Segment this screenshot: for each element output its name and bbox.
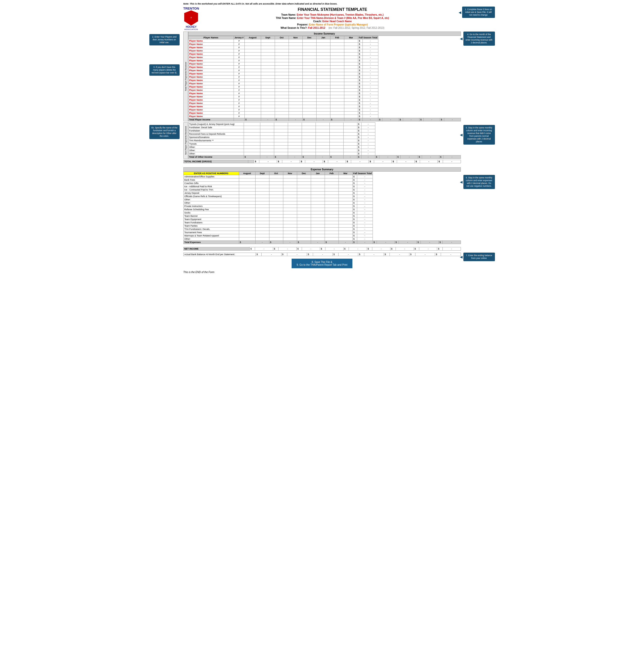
jan-cell[interactable] <box>316 62 330 66</box>
dec-cell[interactable] <box>302 52 316 56</box>
exp-mar[interactable] <box>339 205 352 208</box>
mar-cell[interactable] <box>344 105 358 108</box>
mar-cell[interactable] <box>344 98 358 102</box>
jan-cell[interactable] <box>316 49 330 52</box>
oct-cell[interactable] <box>275 59 288 62</box>
other-jan[interactable] <box>315 152 330 155</box>
exp-jan[interactable] <box>311 185 325 188</box>
feb-cell[interactable] <box>330 79 344 82</box>
exp-oct[interactable] <box>269 218 283 221</box>
other-aug[interactable] <box>244 142 260 145</box>
other-oct[interactable] <box>274 139 288 142</box>
exp-feb[interactable] <box>325 198 339 201</box>
exp-nov[interactable] <box>283 175 297 179</box>
dec-cell[interactable] <box>302 69 316 72</box>
jan-cell[interactable] <box>316 52 330 56</box>
exp-mar[interactable] <box>339 179 352 182</box>
other-aug[interactable] <box>244 145 260 149</box>
exp-mar[interactable] <box>339 234 352 237</box>
mar-cell[interactable] <box>344 59 358 62</box>
exp-sep[interactable] <box>255 175 269 179</box>
jan-cell[interactable] <box>316 108 330 112</box>
exp-oct[interactable] <box>269 201 283 205</box>
exp-feb[interactable] <box>325 201 339 205</box>
exp-nov[interactable] <box>283 179 297 182</box>
other-mar[interactable] <box>343 129 357 132</box>
dec-cell[interactable] <box>302 46 316 49</box>
other-feb[interactable] <box>330 132 343 136</box>
feb-cell[interactable] <box>330 56 344 59</box>
exp-feb[interactable] <box>325 231 339 234</box>
exp-jan[interactable] <box>311 234 325 237</box>
other-nov[interactable] <box>288 149 302 152</box>
exp-dec[interactable] <box>297 188 311 192</box>
oct-cell[interactable] <box>275 56 288 59</box>
other-aug[interactable] <box>244 136 260 139</box>
sep-cell[interactable] <box>261 89 275 92</box>
oct-cell[interactable] <box>275 72 288 76</box>
other-dec[interactable] <box>302 152 315 155</box>
other-mar[interactable] <box>343 126 357 129</box>
nov-cell[interactable] <box>288 82 302 85</box>
exp-oct[interactable] <box>269 179 283 182</box>
mar-cell[interactable] <box>344 112 358 115</box>
other-sep[interactable] <box>260 129 274 132</box>
exp-jan[interactable] <box>311 237 325 241</box>
other-nov[interactable] <box>288 123 302 126</box>
exp-nov[interactable] <box>283 231 297 234</box>
other-feb[interactable] <box>330 152 343 155</box>
exp-aug[interactable] <box>239 175 255 179</box>
exp-nov[interactable] <box>283 205 297 208</box>
other-sep[interactable] <box>260 139 274 142</box>
sep-cell[interactable] <box>261 85 275 89</box>
exp-jan[interactable] <box>311 231 325 234</box>
exp-sep[interactable] <box>255 208 269 211</box>
sep-cell[interactable] <box>261 46 275 49</box>
exp-sep[interactable] <box>255 237 269 241</box>
sep-cell[interactable] <box>261 72 275 76</box>
jan-cell[interactable] <box>316 76 330 79</box>
aug-cell[interactable] <box>244 39 261 43</box>
jan-cell[interactable] <box>316 115 330 118</box>
jan-cell[interactable] <box>316 72 330 76</box>
oct-cell[interactable] <box>275 69 288 72</box>
mar-cell[interactable] <box>344 92 358 95</box>
exp-aug[interactable] <box>239 195 255 198</box>
jan-cell[interactable] <box>316 39 330 43</box>
feb-cell[interactable] <box>330 112 344 115</box>
feb-cell[interactable] <box>330 95 344 98</box>
exp-dec[interactable] <box>297 192 311 195</box>
aug-cell[interactable] <box>244 108 261 112</box>
exp-sep[interactable] <box>255 198 269 201</box>
sep-cell[interactable] <box>261 92 275 95</box>
exp-aug[interactable] <box>239 205 255 208</box>
other-mar[interactable] <box>343 152 357 155</box>
dec-cell[interactable] <box>302 82 316 85</box>
mar-cell[interactable] <box>344 89 358 92</box>
exp-nov[interactable] <box>283 185 297 188</box>
other-dec[interactable] <box>302 129 315 132</box>
mar-cell[interactable] <box>344 39 358 43</box>
other-mar[interactable] <box>343 132 357 136</box>
aug-cell[interactable] <box>244 115 261 118</box>
aug-cell[interactable] <box>244 98 261 102</box>
exp-jan[interactable] <box>311 198 325 201</box>
exp-dec[interactable] <box>297 234 311 237</box>
feb-cell[interactable] <box>330 89 344 92</box>
sep-cell[interactable] <box>261 98 275 102</box>
nov-cell[interactable] <box>288 72 302 76</box>
feb-cell[interactable] <box>330 102 344 105</box>
other-jan[interactable] <box>315 126 330 129</box>
exp-feb[interactable] <box>325 228 339 231</box>
exp-aug[interactable] <box>239 198 255 201</box>
exp-aug[interactable] <box>239 218 255 221</box>
oct-cell[interactable] <box>275 115 288 118</box>
mar-cell[interactable] <box>344 102 358 105</box>
jan-cell[interactable] <box>316 112 330 115</box>
jan-cell[interactable] <box>316 69 330 72</box>
exp-aug[interactable] <box>239 211 255 214</box>
exp-nov[interactable] <box>283 218 297 221</box>
other-mar[interactable] <box>343 145 357 149</box>
exp-nov[interactable] <box>283 192 297 195</box>
exp-sep[interactable] <box>255 231 269 234</box>
